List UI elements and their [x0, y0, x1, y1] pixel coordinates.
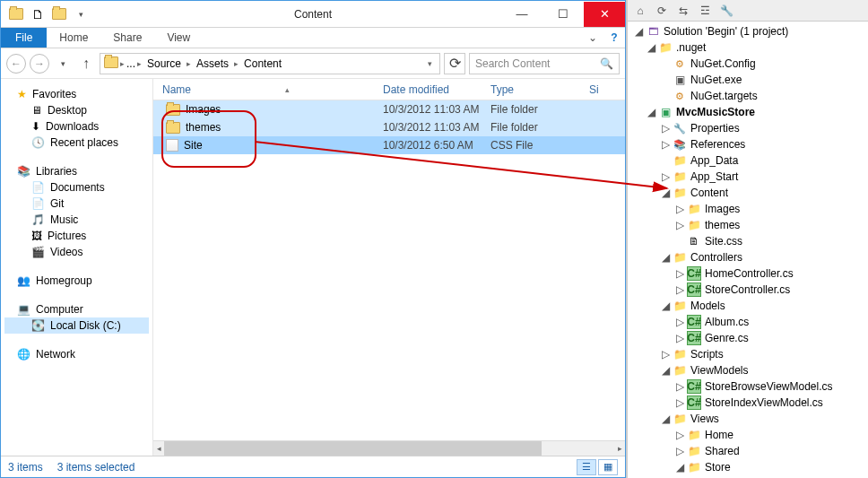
breadcrumb[interactable]: ▸ ... ▸ Source ▸ Assets ▸ Content ▾: [100, 53, 440, 74]
tree-node[interactable]: ▷App_Start: [629, 169, 866, 185]
breadcrumb-dropdown-icon[interactable]: ▾: [428, 59, 436, 68]
tree-node[interactable]: App_Data: [629, 152, 866, 169]
tree-node[interactable]: ◢Views: [629, 411, 866, 427]
qat-properties-icon[interactable]: 🗋: [28, 4, 48, 24]
tab-home[interactable]: Home: [47, 28, 100, 48]
maximize-button[interactable]: ☐: [542, 2, 584, 27]
close-button[interactable]: ✕: [584, 2, 625, 27]
expand-icon[interactable]: ▷: [660, 349, 671, 360]
tree-node[interactable]: ◢Solution 'Begin' (1 project): [629, 23, 866, 39]
tree-node[interactable]: ◢Content: [629, 185, 866, 201]
expand-icon[interactable]: ◢: [660, 187, 671, 198]
expand-icon[interactable]: ▷: [674, 220, 685, 230]
tree-node[interactable]: Site.css: [629, 233, 866, 249]
properties-icon[interactable]: 🔧: [717, 3, 735, 19]
nav-local-disk[interactable]: 💽Local Disk (C:): [4, 317, 149, 334]
horizontal-scrollbar[interactable]: ◂ ▸: [153, 440, 625, 456]
file-row[interactable]: Images10/3/2012 11:03 AMFile folder: [153, 100, 625, 118]
ribbon-collapse-icon[interactable]: ⌄: [582, 28, 603, 48]
nav-music[interactable]: 🎵Music: [4, 212, 149, 228]
expand-icon[interactable]: ▷: [660, 171, 671, 182]
file-row[interactable]: themes10/3/2012 11:03 AMFile folder: [153, 118, 625, 136]
expand-icon[interactable]: ▷: [660, 123, 671, 134]
tree-node[interactable]: ◢.nuget: [629, 39, 866, 56]
expand-icon[interactable]: [660, 58, 671, 69]
refresh-icon[interactable]: ⟳: [653, 3, 671, 19]
expand-icon[interactable]: ◢: [660, 413, 671, 424]
expand-icon[interactable]: ◢: [660, 300, 671, 311]
breadcrumb-ellipsis[interactable]: ...: [126, 57, 135, 70]
expand-icon[interactable]: ◢: [660, 252, 671, 263]
nav-videos[interactable]: 🎬Videos: [4, 244, 149, 260]
tree-node[interactable]: ▷Genre.cs: [629, 330, 866, 346]
col-date[interactable]: Date modified: [383, 83, 490, 96]
refresh-button[interactable]: ⟳: [444, 53, 465, 74]
tree-node[interactable]: ◢ViewModels: [629, 362, 866, 378]
nav-desktop[interactable]: 🖥Desktop: [4, 102, 149, 118]
col-name[interactable]: Name: [162, 83, 191, 96]
tree-node[interactable]: ▷References: [629, 136, 866, 152]
expand-icon[interactable]: ▷: [674, 204, 685, 214]
nav-favorites[interactable]: ★Favorites: [4, 86, 149, 102]
sync-icon[interactable]: ⇆: [674, 3, 692, 19]
expand-icon[interactable]: ▷: [674, 284, 685, 295]
expand-icon[interactable]: ◢: [646, 42, 656, 53]
forward-button[interactable]: →: [30, 54, 49, 74]
nav-git[interactable]: 📄Git: [4, 196, 149, 212]
expand-icon[interactable]: ◢: [646, 107, 656, 117]
tree-node[interactable]: ▷Home: [629, 427, 866, 443]
nav-homegroup[interactable]: 👥Homegroup: [4, 273, 149, 289]
expand-icon[interactable]: ▷: [660, 139, 671, 150]
tree-node[interactable]: NuGet.targets: [629, 88, 866, 104]
col-size[interactable]: Si: [589, 83, 625, 96]
file-row[interactable]: Site10/3/2012 6:50 AMCSS File: [153, 136, 625, 154]
tree-node[interactable]: ▷StoreBrowseViewModel.cs: [629, 378, 866, 395]
tree-node[interactable]: ◢Models: [629, 298, 866, 314]
history-dropdown-icon[interactable]: ▾: [53, 54, 73, 74]
expand-icon[interactable]: [660, 155, 671, 166]
breadcrumb-assets[interactable]: Assets: [193, 57, 232, 70]
tree-node[interactable]: ▷StoreIndexViewModel.cs: [629, 395, 866, 411]
expand-icon[interactable]: ▷: [674, 397, 685, 408]
expand-icon[interactable]: ▷: [674, 268, 685, 279]
up-button[interactable]: ↑: [76, 54, 96, 74]
solution-tree[interactable]: ◢Solution 'Begin' (1 project)◢.nugetNuGe…: [628, 22, 868, 478]
tree-node[interactable]: ▷Images: [629, 201, 866, 217]
expand-icon[interactable]: ◢: [633, 26, 644, 37]
tree-node[interactable]: NuGet.Config: [629, 56, 866, 72]
tree-node[interactable]: ▷Shared: [629, 443, 866, 459]
column-headers[interactable]: Name▴ Date modified Type Si: [153, 79, 625, 100]
tree-node[interactable]: ◢Store: [629, 459, 866, 475]
expand-icon[interactable]: ▷: [674, 430, 685, 440]
tree-node[interactable]: ▷themes: [629, 217, 866, 233]
nav-recent-places[interactable]: 🕓Recent places: [4, 135, 149, 151]
tab-share[interactable]: Share: [100, 28, 154, 48]
nav-computer[interactable]: 💻Computer: [4, 301, 149, 317]
breadcrumb-source[interactable]: Source: [143, 57, 185, 70]
nav-pictures[interactable]: 🖼Pictures: [4, 228, 149, 244]
showall-icon[interactable]: ☲: [696, 3, 714, 19]
expand-icon[interactable]: [660, 74, 671, 85]
tree-node[interactable]: ▷Properties: [629, 120, 866, 136]
search-input[interactable]: Search Content 🔍: [469, 53, 620, 74]
col-type[interactable]: Type: [490, 83, 589, 96]
view-details-button[interactable]: ☰: [577, 459, 596, 475]
qat-openfolder-icon[interactable]: [49, 4, 69, 24]
tree-node[interactable]: NuGet.exe: [629, 72, 866, 88]
expand-icon[interactable]: ▷: [674, 317, 685, 327]
nav-documents[interactable]: 📄Documents: [4, 179, 149, 196]
tree-node[interactable]: ◢Controllers: [629, 249, 866, 265]
qat-folder-icon[interactable]: [6, 4, 26, 24]
nav-libraries[interactable]: 📚Libraries: [4, 163, 149, 179]
expand-icon[interactable]: ▷: [674, 446, 685, 456]
expand-icon[interactable]: ◢: [660, 365, 671, 376]
help-icon[interactable]: ?: [603, 28, 625, 48]
home-icon[interactable]: ⌂: [631, 3, 649, 19]
expand-icon[interactable]: [660, 91, 671, 101]
back-button[interactable]: ←: [6, 54, 26, 74]
nav-network[interactable]: 🌐Network: [4, 346, 149, 362]
tree-node[interactable]: ▷Scripts: [629, 346, 866, 362]
view-icons-button[interactable]: ▦: [598, 459, 618, 475]
qat-dropdown-icon[interactable]: ▾: [71, 4, 91, 24]
tree-node[interactable]: ▷Album.cs: [629, 314, 866, 330]
